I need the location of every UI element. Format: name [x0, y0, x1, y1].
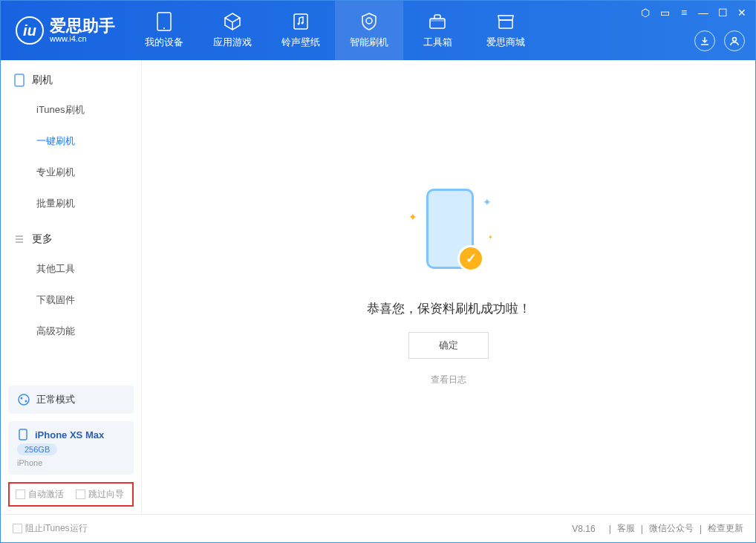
sidebar-item-batch-flash[interactable]: 批量刷机 — [1, 188, 141, 219]
user-button[interactable] — [724, 30, 745, 51]
list-icon — [14, 234, 25, 244]
sparkle-icon: ✦ — [408, 211, 417, 223]
toolbox-icon — [428, 12, 447, 31]
shield-icon — [359, 12, 379, 31]
svg-point-12 — [21, 397, 23, 400]
mode-icon — [17, 393, 30, 406]
svg-point-5 — [366, 18, 372, 24]
tab-label: 应用游戏 — [213, 36, 252, 49]
check-update-link[interactable]: 检查更新 — [708, 522, 743, 535]
device-name: iPhone XS Max — [35, 429, 104, 440]
svg-point-1 — [163, 27, 165, 29]
tab-my-device[interactable]: 我的设备 — [130, 1, 198, 60]
tab-apps[interactable]: 应用游戏 — [198, 1, 267, 60]
tab-flash[interactable]: 智能刷机 — [335, 1, 403, 60]
svg-rect-10 — [15, 74, 24, 86]
auto-activate-checkbox[interactable]: 自动激活 — [16, 488, 64, 501]
sidebar-item-pro-flash[interactable]: 专业刷机 — [1, 157, 141, 188]
device-small-icon — [17, 429, 29, 440]
view-log-link[interactable]: 查看日志 — [431, 374, 466, 386]
download-button[interactable] — [694, 30, 715, 51]
mode-label: 正常模式 — [36, 393, 75, 406]
music-icon — [291, 12, 310, 31]
support-link[interactable]: 客服 — [617, 522, 635, 535]
sidebar: 刷机 iTunes刷机 一键刷机 专业刷机 批量刷机 更多 其他工具 下载固件 … — [1, 60, 142, 514]
tab-ringtones[interactable]: 铃声壁纸 — [267, 1, 335, 60]
minimize-icon[interactable]: — — [697, 7, 709, 19]
maximize-icon[interactable]: ☐ — [717, 7, 729, 19]
header-actions — [694, 30, 745, 51]
logo-icon: iu — [16, 16, 44, 45]
close-icon[interactable]: ✕ — [736, 7, 748, 19]
success-illustration: ✦ ✦ ✦ ✓ — [404, 189, 493, 285]
device-capacity: 256GB — [17, 443, 57, 455]
tab-store[interactable]: 爱思商城 — [472, 1, 540, 60]
note-icon[interactable]: ▭ — [659, 7, 671, 19]
sparkle-icon: ✦ — [483, 196, 492, 208]
skip-wizard-checkbox[interactable]: 跳过向导 — [76, 488, 124, 501]
device-icon — [154, 12, 174, 31]
mode-panel[interactable]: 正常模式 — [8, 386, 134, 414]
success-message: 恭喜您，保资料刷机成功啦！ — [367, 300, 531, 317]
sidebar-item-download-firmware[interactable]: 下载固件 — [1, 284, 141, 316]
sparkle-icon: ✦ — [488, 234, 493, 241]
tab-label: 铃声壁纸 — [281, 36, 320, 49]
cube-icon — [223, 12, 242, 31]
sidebar-item-oneclick-flash[interactable]: 一键刷机 — [1, 126, 141, 157]
sidebar-section-flash: 刷机 — [1, 74, 141, 94]
check-icon: ✓ — [457, 245, 484, 272]
tab-label: 工具箱 — [423, 36, 452, 49]
store-icon — [496, 12, 515, 31]
titlebar-controls: ⬡ ▭ ≡ — ☐ ✕ — [639, 7, 748, 19]
svg-rect-14 — [19, 429, 27, 440]
ok-button[interactable]: 确定 — [408, 332, 489, 359]
svg-rect-2 — [294, 14, 307, 29]
sidebar-item-other-tools[interactable]: 其他工具 — [1, 253, 141, 284]
header: iu 爱思助手 www.i4.cn 我的设备 应用游戏 铃声壁纸 智能刷机 工具… — [1, 1, 755, 60]
wechat-link[interactable]: 微信公众号 — [649, 522, 694, 535]
tab-label: 爱思商城 — [486, 36, 525, 49]
sidebar-item-advanced[interactable]: 高级功能 — [1, 316, 141, 347]
tab-label: 智能刷机 — [350, 36, 388, 49]
footer: 阻止iTunes运行 V8.16 | 客服 | 微信公众号 | 检查更新 — [1, 514, 755, 542]
device-type: iPhone — [17, 458, 42, 467]
svg-rect-8 — [499, 20, 512, 28]
phone-icon — [14, 74, 25, 87]
logo: iu 爱思助手 www.i4.cn — [1, 16, 130, 45]
svg-point-3 — [298, 23, 300, 25]
svg-point-13 — [25, 400, 27, 403]
sidebar-item-itunes-flash[interactable]: iTunes刷机 — [1, 94, 141, 126]
svg-rect-7 — [430, 19, 445, 22]
app-url: www.i4.cn — [50, 34, 115, 43]
block-itunes-checkbox[interactable]: 阻止iTunes运行 — [13, 522, 88, 535]
sidebar-section-more: 更多 — [1, 233, 141, 253]
tab-toolbox[interactable]: 工具箱 — [403, 1, 472, 60]
shirt-icon[interactable]: ⬡ — [639, 7, 651, 19]
main-tabs: 我的设备 应用游戏 铃声壁纸 智能刷机 工具箱 爱思商城 — [130, 1, 540, 60]
app-name: 爱思助手 — [50, 18, 115, 34]
options-row: 自动激活 跳过向导 — [8, 482, 134, 507]
device-panel[interactable]: iPhone XS Max 256GB iPhone — [8, 421, 134, 475]
main-content: ✦ ✦ ✦ ✓ 恭喜您，保资料刷机成功啦！ 确定 查看日志 — [142, 60, 755, 514]
tab-label: 我的设备 — [145, 36, 183, 49]
svg-point-9 — [733, 38, 737, 42]
menu-icon[interactable]: ≡ — [678, 7, 690, 19]
svg-point-4 — [302, 22, 304, 25]
version-label: V8.16 — [572, 524, 595, 534]
svg-point-11 — [19, 394, 29, 405]
